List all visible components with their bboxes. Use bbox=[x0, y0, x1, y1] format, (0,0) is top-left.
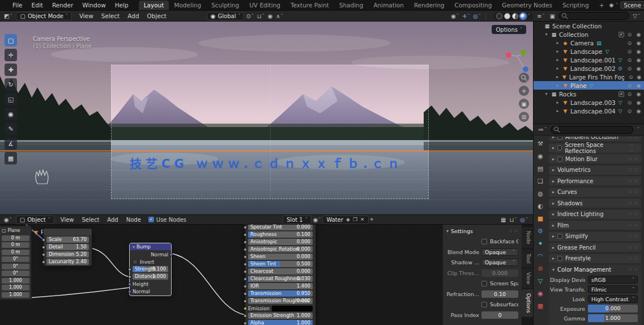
material-browse-button[interactable]: ◉ ˅ bbox=[312, 217, 323, 223]
property-tab[interactable]: ▽ bbox=[538, 277, 543, 285]
menu-item[interactable]: Add bbox=[123, 12, 143, 19]
ortho-toggle-icon[interactable]: ⊞ bbox=[519, 112, 529, 122]
input-socket[interactable] bbox=[244, 299, 247, 303]
snap-magnet-toggle[interactable]: ⊔ ˅ bbox=[255, 13, 266, 19]
node-checkbox-row[interactable]: Invert bbox=[133, 259, 168, 265]
number-field[interactable]: 0° bbox=[2, 256, 29, 262]
grip-icon[interactable]: ∷ ∷ bbox=[629, 212, 638, 217]
node-row[interactable]: Transmission 0.950 bbox=[248, 290, 313, 297]
property-tab[interactable]: ◐ bbox=[538, 202, 543, 210]
expand-arrow-icon[interactable]: ▸ bbox=[552, 201, 555, 206]
node-row[interactable]: Alpha 1.000 bbox=[248, 320, 313, 325]
input-socket[interactable] bbox=[244, 255, 247, 259]
checkbox[interactable] bbox=[481, 239, 487, 244]
expand-arrow-icon[interactable]: ▸ bbox=[552, 223, 555, 228]
section-checkbox[interactable] bbox=[557, 157, 562, 162]
expand-arrow-icon[interactable]: ▸ bbox=[555, 100, 560, 105]
menu-item[interactable]: Object bbox=[143, 12, 170, 19]
node-row[interactable]: Roughness 0.100 bbox=[248, 231, 313, 238]
workspace-tab[interactable]: Geometry Nodes bbox=[497, 1, 557, 10]
node-slider-row[interactable]: Detail 1.50 bbox=[46, 244, 89, 250]
expand-arrow-icon[interactable]: ▸ bbox=[555, 83, 560, 88]
input-socket[interactable] bbox=[244, 292, 247, 296]
editor-type-button[interactable]: ◩ ˅ bbox=[2, 13, 14, 19]
proportional-editing-toggle[interactable]: ◉ bbox=[266, 13, 275, 19]
number-field[interactable]: 0° bbox=[2, 264, 29, 269]
expand-arrow-icon[interactable]: ▸ bbox=[552, 145, 555, 150]
node-row[interactable]: IOR 1.400 bbox=[248, 283, 313, 289]
sidebar-tab[interactable]: View bbox=[522, 268, 533, 288]
expand-arrow-icon[interactable]: ▾ bbox=[544, 32, 549, 37]
shading-material-button[interactable] bbox=[512, 13, 518, 19]
color-swatch[interactable] bbox=[272, 306, 313, 311]
expand-arrow-icon[interactable]: ▾ bbox=[544, 91, 549, 96]
grip-icon[interactable]: ∷ ∷ bbox=[629, 256, 638, 261]
render-visibility-icon[interactable]: ◉ bbox=[635, 91, 642, 97]
workspace-tab[interactable]: + bbox=[594, 1, 609, 10]
transform-orientation-dropdown[interactable]: ◉ Global ˅ bbox=[207, 12, 245, 20]
output-socket[interactable] bbox=[169, 253, 173, 256]
dropdown-field[interactable]: High Contrast ˅ bbox=[588, 295, 638, 303]
grip-icon[interactable]: ∷ ∷ bbox=[630, 143, 638, 153]
node-slider-row[interactable]: Distance 1.000 bbox=[133, 273, 168, 280]
grip-icon[interactable]: ∷ ∷ bbox=[629, 157, 638, 162]
menu-item[interactable]: Node bbox=[122, 217, 145, 223]
render-visibility-icon[interactable]: ◉ bbox=[635, 100, 642, 105]
unlink-icon[interactable]: ✕ bbox=[360, 217, 365, 222]
outliner-search-input[interactable] bbox=[558, 12, 629, 20]
outliner-row[interactable]: ▸ ▼ Landscape.001 ▽ ⊙ ◉ bbox=[534, 56, 644, 64]
node-row[interactable]: Sheen Tint 0.500 bbox=[248, 261, 313, 267]
slider-field[interactable]: 0.000 bbox=[588, 305, 638, 313]
expand-arrow-icon[interactable]: ▸ bbox=[555, 74, 560, 79]
outliner-item-label[interactable]: Collection bbox=[559, 31, 588, 38]
input-socket[interactable] bbox=[244, 233, 247, 237]
outliner-row[interactable]: ▸ ▼ Landscape.003 ▽ ⊙ ◉ bbox=[534, 98, 644, 107]
axis-gizmo[interactable] bbox=[498, 43, 532, 77]
outliner-row[interactable]: ▾ ▦ Rocks ✓ ⊙ ◉ bbox=[534, 90, 644, 98]
outliner-item-label[interactable]: Landscape.003 bbox=[570, 99, 616, 106]
workspace-tab[interactable]: Shading bbox=[334, 1, 369, 10]
hide-eye-icon[interactable]: ⊙ bbox=[626, 108, 633, 114]
node-slider-row[interactable]: Lacunarity 2.40 bbox=[46, 259, 89, 265]
tool-button[interactable]: ✚ bbox=[5, 64, 17, 76]
workspace-tab[interactable]: Rendering bbox=[409, 1, 450, 10]
checkbox[interactable] bbox=[481, 302, 487, 307]
editor-type-button[interactable]: ◉ ˅ bbox=[2, 217, 14, 223]
fake-user-shield-icon[interactable]: ◈ bbox=[346, 217, 350, 222]
property-tab[interactable]: ◉ bbox=[538, 290, 543, 297]
property-section-header[interactable]: ▸ Volumetrics ∷ ∷ bbox=[549, 166, 641, 175]
expand-arrow-icon[interactable]: ▸ bbox=[555, 108, 560, 113]
render-visibility-icon[interactable]: ◉ bbox=[635, 108, 642, 114]
expand-arrow-icon[interactable]: ▾ bbox=[446, 229, 449, 234]
hide-eye-icon[interactable]: ⊙ bbox=[626, 57, 633, 63]
input-socket[interactable] bbox=[244, 322, 247, 325]
outliner-row[interactable]: ▸ ▼ Large Firs Thin Fog C ⊙ ◉ bbox=[534, 73, 644, 81]
property-tab[interactable]: ⚒ bbox=[538, 140, 543, 147]
color-management-header[interactable]: ▾ Color Management ∷ ∷ bbox=[549, 265, 641, 274]
render-visibility-icon[interactable]: ◉ bbox=[635, 57, 642, 63]
node-input-row[interactable]: Height bbox=[133, 281, 168, 287]
number-field[interactable]: 0 bbox=[481, 311, 518, 319]
node-canvas[interactable]: ▢ Plane 0 m0 m0 m0°0°0°1.0001.0001.000 ▼… bbox=[0, 225, 533, 325]
input-socket[interactable] bbox=[128, 290, 131, 293]
snapping-grid-button[interactable]: ▦ bbox=[499, 217, 507, 223]
property-section-header[interactable]: ▸ Freestyle ∷ ∷ bbox=[549, 254, 641, 263]
input-socket[interactable] bbox=[244, 314, 247, 318]
number-field[interactable]: 0 m bbox=[2, 242, 29, 248]
property-tab[interactable]: ▤ bbox=[538, 165, 543, 172]
falloff-dropdown[interactable]: ∧ ˅ bbox=[274, 13, 284, 19]
section-checkbox[interactable] bbox=[557, 256, 562, 261]
node-row[interactable]: Emission Strength 1.000 bbox=[248, 313, 313, 319]
material-name-field[interactable]: Water ◈ ❐ ✕ bbox=[322, 216, 368, 224]
node-row[interactable]: Anisotropic 0.000 bbox=[248, 239, 313, 245]
hide-eye-icon[interactable]: ⊙ bbox=[628, 74, 634, 80]
outliner-row[interactable]: ▸ ◆ Camera ▤ ⊙ ◉ bbox=[534, 39, 644, 47]
input-socket[interactable] bbox=[244, 226, 247, 229]
render-visibility-icon[interactable]: ◉ bbox=[635, 83, 642, 88]
expand-arrow-icon[interactable]: ▸ bbox=[552, 234, 555, 239]
dropdown-field[interactable]: sRGB ˅ bbox=[588, 276, 638, 284]
grip-icon[interactable]: ∷ ∷ bbox=[629, 234, 638, 239]
settings-checkbox-row[interactable]: Screen Spa... bbox=[446, 280, 518, 288]
collection-checkbox[interactable]: ✓ bbox=[619, 32, 624, 37]
workspace-tab[interactable]: Modeling bbox=[169, 1, 206, 10]
